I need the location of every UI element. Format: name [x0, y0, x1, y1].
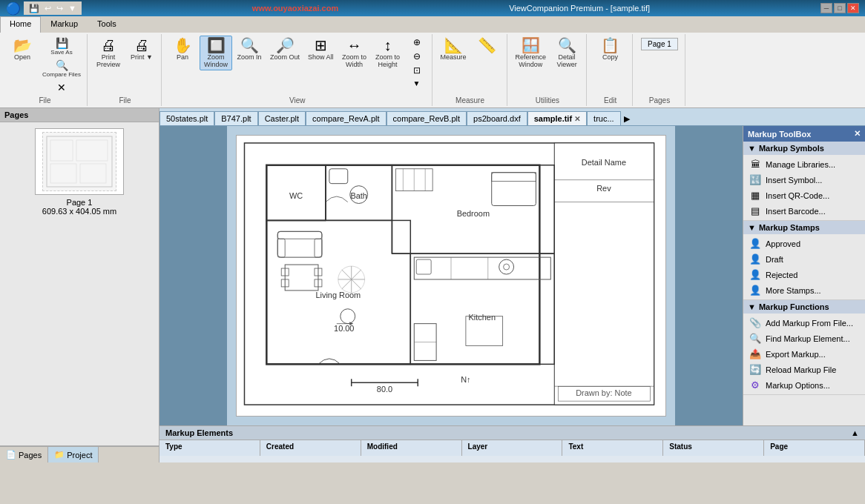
draft-stamp-item[interactable]: 👤 Draft: [743, 251, 865, 267]
col-status: Status: [663, 440, 764, 456]
zoom-small-3[interactable]: ⊡: [405, 64, 429, 77]
floorplan-svg: Detail Name Rev Drawn by: Note WC: [237, 136, 665, 416]
print-btn[interactable]: 🖨 Print ▼: [125, 36, 158, 63]
markup-symbols-header[interactable]: ▼ Markup Symbols: [743, 142, 865, 155]
detail-viewer-btn[interactable]: 🔍 DetailViewer: [550, 36, 583, 70]
markup-stamps-header[interactable]: ▼ Markup Stamps: [743, 221, 865, 234]
zoom-in-btn[interactable]: 🔍 Zoom In: [233, 36, 266, 63]
markup-elements-header: Markup Elements ▲: [159, 426, 865, 440]
pages-panel-header: Pages: [0, 108, 159, 122]
zoom-width-btn[interactable]: ↔ Zoom toWidth: [338, 36, 371, 70]
compare-icon: 🔍: [56, 59, 68, 71]
tab-tools[interactable]: Tools: [88, 16, 126, 33]
tab-close-icon[interactable]: ✕: [574, 115, 580, 123]
rejected-stamp-item[interactable]: 👤 Rejected: [743, 267, 865, 282]
markup-options-item[interactable]: ⚙ Markup Options...: [743, 377, 865, 393]
reference-window-btn[interactable]: 🪟 ReferenceWindow: [512, 36, 550, 70]
measure-2-btn[interactable]: 📏: [471, 36, 504, 55]
measure-btn[interactable]: 📐 Measure: [437, 36, 470, 63]
svg-rect-1: [50, 140, 73, 161]
zoom-in-icon: 🔍: [240, 38, 259, 53]
zoom-small-1[interactable]: ⊕: [405, 36, 429, 49]
markup-symbols-content: 🏛 Manage Libraries... 🔣 Insert Symbol...…: [743, 155, 865, 220]
zoom-rotate-icon: ⊕: [413, 37, 421, 47]
copy-btn[interactable]: 📋 Copy: [594, 36, 627, 63]
tab-nav-right[interactable]: ▶: [621, 113, 633, 125]
approved-stamp-item[interactable]: 👤 Approved: [743, 236, 865, 251]
zoom-small-2[interactable]: ⊖: [405, 50, 429, 63]
export-markup-item[interactable]: 📤 Export Markup...: [743, 346, 865, 362]
save-quick-btn[interactable]: 💾: [27, 3, 42, 14]
qa-dropdown-btn[interactable]: ▼: [66, 3, 79, 13]
minimize-btn[interactable]: ─: [820, 3, 832, 13]
tab-ps2board[interactable]: ps2board.dxf: [467, 111, 527, 125]
document-inner: Detail Name Rev Drawn by: Note WC: [236, 135, 666, 417]
watermark-text: www.ouyaoxiazai.com: [252, 4, 338, 13]
thumb-inner: [42, 132, 116, 191]
tab-sample-tif[interactable]: sample.tif ✕: [527, 111, 587, 125]
save-icon: 💾: [56, 37, 68, 49]
ribbon-tab-bar: Home Markup Tools: [0, 16, 865, 33]
pages-nav-item[interactable]: 📄 Pages: [0, 447, 48, 462]
maximize-btn[interactable]: □: [834, 3, 846, 13]
zoom-window-btn[interactable]: 🔲 ZoomWindow: [200, 36, 232, 70]
insert-qr-item[interactable]: ▦ Insert QR-Code...: [743, 188, 865, 203]
tab-caster[interactable]: Caster.plt: [258, 111, 306, 125]
close-btn[interactable]: ✕: [847, 3, 859, 13]
undo-quick-btn[interactable]: ↩: [42, 3, 53, 14]
svg-text:Bath: Bath: [350, 191, 367, 200]
redo-quick-btn[interactable]: ↪: [54, 3, 65, 14]
view-more-icon: ▼: [413, 79, 421, 87]
find-markup-item[interactable]: 🔍 Find Markup Element...: [743, 331, 865, 346]
add-markup-item[interactable]: 📎 Add Markup From File...: [743, 315, 865, 331]
ribbon-group-measure: 📐 Measure 📏 Measure: [434, 34, 507, 106]
pages-group-label: Pages: [649, 96, 670, 105]
col-page: Page: [764, 440, 865, 456]
open-btn[interactable]: 📂 Open: [6, 36, 39, 63]
tab-compare-revb[interactable]: compare_RevB.plt: [387, 111, 467, 125]
export-markup-icon: 📤: [749, 348, 761, 359]
close-file-btn[interactable]: ✕: [39, 80, 84, 95]
svg-rect-4: [80, 164, 106, 183]
tab-50states[interactable]: 50states.plt: [159, 111, 214, 125]
print-icon: 🖨: [134, 38, 149, 53]
toolbox-collapse-icon[interactable]: ✕: [854, 129, 861, 139]
app-title: ViewCompanion Premium - [sample.tif]: [509, 4, 650, 13]
project-nav-item[interactable]: 📁 Project: [48, 447, 99, 462]
tab-b747[interactable]: B747.plt: [214, 111, 257, 125]
title-bar: 🔵 💾 ↩ ↪ ▼ www.ouyaoxiazai.com ViewCompan…: [0, 0, 865, 16]
save-as-btn[interactable]: 💾 Save As: [39, 36, 84, 57]
tab-home[interactable]: Home: [0, 16, 41, 33]
reload-markup-item[interactable]: 🔄 Reload Markup File: [743, 362, 865, 377]
edit-group-label: Edit: [604, 96, 616, 105]
manage-libraries-item[interactable]: 🏛 Manage Libraries...: [743, 156, 865, 172]
insert-symbol-item[interactable]: 🔣 Insert Symbol...: [743, 172, 865, 188]
zoom-height-btn[interactable]: ↕ Zoom toHeight: [372, 36, 404, 70]
bottom-panel-collapse[interactable]: ▲: [851, 428, 859, 437]
pages-nav-icon: 📄: [6, 450, 16, 460]
markup-symbols-section: ▼ Markup Symbols 🏛 Manage Libraries... 🔣…: [743, 142, 865, 221]
zoom-out-btn[interactable]: 🔎 Zoom Out: [266, 36, 303, 63]
manage-libraries-icon: 🏛: [749, 159, 761, 170]
compare-files-btn[interactable]: 🔍 Compare Files: [39, 58, 84, 79]
more-stamps-item[interactable]: 👤 More Stamps...: [743, 282, 865, 298]
show-all-btn[interactable]: ⊞ Show All: [304, 36, 338, 63]
markup-functions-header[interactable]: ▼ Markup Functions: [743, 300, 865, 314]
tab-compare-reva[interactable]: compare_RevA.plt: [306, 111, 387, 125]
pan-icon: ✋: [174, 38, 192, 53]
measure-group-label: Measure: [455, 96, 484, 105]
print-preview-btn[interactable]: 🖨 PrintPreview: [92, 36, 125, 70]
document-view-area[interactable]: Detail Name Rev Drawn by: Note WC: [159, 126, 743, 425]
page-thumbnail[interactable]: [35, 128, 124, 195]
ribbon-content: 📂 Open 💾 Save As 🔍 Compare Files ✕: [0, 33, 865, 107]
tab-truc[interactable]: truc...: [587, 111, 621, 125]
pan-btn[interactable]: ✋ Pan: [166, 36, 199, 63]
tab-markup[interactable]: Markup: [41, 16, 88, 33]
page-badge-btn[interactable]: Page 1: [637, 36, 682, 53]
view-more-btn[interactable]: ▼: [405, 78, 429, 89]
insert-barcode-item[interactable]: ▤ Insert Barcode...: [743, 203, 865, 219]
ribbon-group-print: 🖨 PrintPreview 🖨 Print ▼ File: [89, 34, 162, 106]
reload-markup-icon: 🔄: [749, 364, 761, 375]
detail-viewer-icon: 🔍: [558, 38, 576, 53]
markup-toolbox-panel: Markup ToolBox ✕ ▼ Markup Symbols 🏛 Mana…: [743, 126, 865, 425]
